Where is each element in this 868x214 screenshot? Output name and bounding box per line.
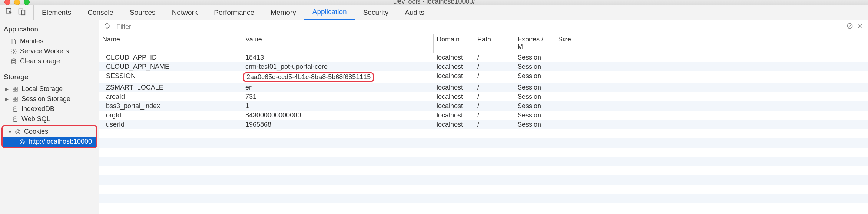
cell-size	[555, 53, 577, 62]
table-row-empty	[99, 148, 868, 157]
cookie-icon	[14, 128, 21, 135]
cell-domain: localhost	[434, 111, 474, 120]
cell-size	[555, 83, 577, 92]
table-row[interactable]: ZSMART_LOCALEenlocalhost/Session	[99, 83, 868, 92]
sidebar-item-label: Session Storage	[21, 95, 70, 103]
cell-value: 2aa0c65d-ccd5-4b1c-8ba8-5b68f6851115	[242, 71, 434, 83]
svg-point-18	[17, 132, 18, 133]
table-row[interactable]: bss3_portal_index1localhost/Session	[99, 101, 868, 111]
cell-name: userId	[99, 120, 242, 129]
content-pane: Name Value Domain Path Expires / M... Si…	[99, 20, 868, 214]
cell-domain: localhost	[434, 62, 474, 71]
cell-size	[555, 111, 577, 120]
col-path[interactable]: Path	[474, 34, 514, 53]
cell-path: /	[474, 101, 514, 111]
cell-name: bss3_portal_index	[99, 101, 242, 111]
sidebar-item-label: Service Workers	[20, 47, 69, 55]
cell-expires: Session	[514, 101, 555, 111]
col-value[interactable]: Value	[242, 34, 434, 53]
cell-domain: localhost	[434, 92, 474, 101]
sidebar-item-local-storage[interactable]: ▶Local Storage	[0, 84, 99, 94]
inspect-element-icon[interactable]	[5, 7, 13, 17]
database-icon	[12, 116, 19, 123]
refresh-icon[interactable]	[104, 23, 110, 31]
table-row-empty	[99, 129, 868, 138]
sidebar-item-cookies[interactable]: ▼Cookies	[3, 127, 96, 137]
sidebar-item-label: Web SQL	[21, 115, 50, 123]
filter-input[interactable]	[114, 22, 374, 32]
sidebar-item-session-storage[interactable]: ▶Session Storage	[0, 94, 99, 104]
table-row[interactable]: SESSION2aa0c65d-ccd5-4b1c-8ba8-5b68f6851…	[99, 71, 868, 83]
cell-size	[555, 92, 577, 101]
tab-elements[interactable]: Elements	[34, 5, 79, 20]
tab-audits[interactable]: Audits	[397, 5, 433, 20]
tab-console[interactable]: Console	[79, 5, 122, 20]
cell-expires: Session	[514, 120, 555, 129]
cell-name: orgId	[99, 111, 242, 120]
col-expires[interactable]: Expires / M...	[514, 34, 555, 53]
cell-value: 843000000000000	[242, 111, 434, 120]
cell-expires: Session	[514, 62, 555, 71]
svg-point-16	[17, 131, 17, 131]
sidebar-item-clear-storage[interactable]: Clear storage	[0, 56, 99, 66]
sidebar-item-cookie-origin[interactable]: http://localhost:10000	[3, 137, 96, 147]
sidebar-item-web-sql[interactable]: Web SQL	[0, 114, 99, 124]
cell-value: 18413	[242, 53, 434, 62]
cell-domain: localhost	[434, 53, 474, 62]
tab-application[interactable]: Application	[304, 5, 355, 20]
tab-sources[interactable]: Sources	[122, 5, 164, 20]
delete-selected-icon[interactable]	[857, 23, 864, 31]
cookies-table: Name Value Domain Path Expires / M... Si…	[99, 34, 868, 214]
cell-name: CLOUD_APP_NAME	[99, 62, 242, 71]
table-row[interactable]: CLOUD_APP_ID18413localhost/Session	[99, 53, 868, 62]
tab-performance[interactable]: Performance	[206, 5, 262, 20]
cell-size	[555, 71, 577, 83]
svg-rect-5	[13, 87, 15, 89]
cell-size	[555, 101, 577, 111]
expand-arrow-icon[interactable]: ▶	[5, 97, 9, 102]
table-row[interactable]: CLOUD_APP_NAMEcrm-test01_pot-uportal-cor…	[99, 62, 868, 71]
svg-rect-9	[13, 97, 15, 99]
sidebar-item-indexeddb[interactable]: IndexedDB	[0, 104, 99, 114]
cell-name: CLOUD_APP_ID	[99, 53, 242, 62]
sidebar-section-storage: Storage	[0, 70, 99, 84]
sidebar-item-manifest[interactable]: Manifest	[0, 36, 99, 46]
sidebar-item-label: http://localhost:10000	[29, 138, 92, 146]
table-row[interactable]: areaId731localhost/Session	[99, 92, 868, 101]
inspect-tools	[0, 5, 34, 20]
sidebar-item-label: Cookies	[24, 128, 48, 136]
table-row[interactable]: userId1965868localhost/Session	[99, 120, 868, 129]
svg-point-14	[13, 117, 17, 118]
cell-size	[555, 120, 577, 129]
devtools-tabs-row: ElementsConsoleSourcesNetworkPerformance…	[0, 5, 868, 20]
svg-point-20	[20, 140, 24, 144]
svg-point-13	[13, 107, 17, 108]
col-domain[interactable]: Domain	[434, 34, 474, 53]
grid-icon	[12, 96, 19, 103]
clear-all-icon[interactable]	[847, 23, 853, 31]
database-icon	[10, 58, 17, 65]
cell-expires: Session	[514, 71, 555, 83]
cell-path: /	[474, 92, 514, 101]
expand-arrow-icon[interactable]: ▼	[8, 129, 11, 134]
table-row[interactable]: orgId843000000000000localhost/Session	[99, 111, 868, 120]
tab-memory[interactable]: Memory	[262, 5, 304, 20]
device-toolbar-icon[interactable]	[18, 7, 26, 17]
table-row-empty	[99, 138, 868, 148]
col-name[interactable]: Name	[99, 34, 242, 53]
tab-network[interactable]: Network	[164, 5, 206, 20]
cell-size	[555, 62, 577, 71]
sidebar-item-service-workers[interactable]: Service Workers	[0, 46, 99, 56]
expand-arrow-icon[interactable]: ▶	[5, 87, 9, 92]
sidebar-section-application: Application	[0, 22, 99, 36]
col-size[interactable]: Size	[555, 34, 577, 53]
sidebar-item-label: Manifest	[20, 37, 45, 45]
cookie-icon	[19, 138, 26, 145]
svg-rect-10	[16, 97, 17, 99]
window-title: DevTools - localhost:10000/	[0, 0, 868, 4]
cell-expires: Session	[514, 111, 555, 120]
svg-point-23	[21, 142, 22, 143]
sidebar-item-label: IndexedDB	[21, 105, 54, 113]
tab-security[interactable]: Security	[355, 5, 397, 20]
cell-path: /	[474, 111, 514, 120]
